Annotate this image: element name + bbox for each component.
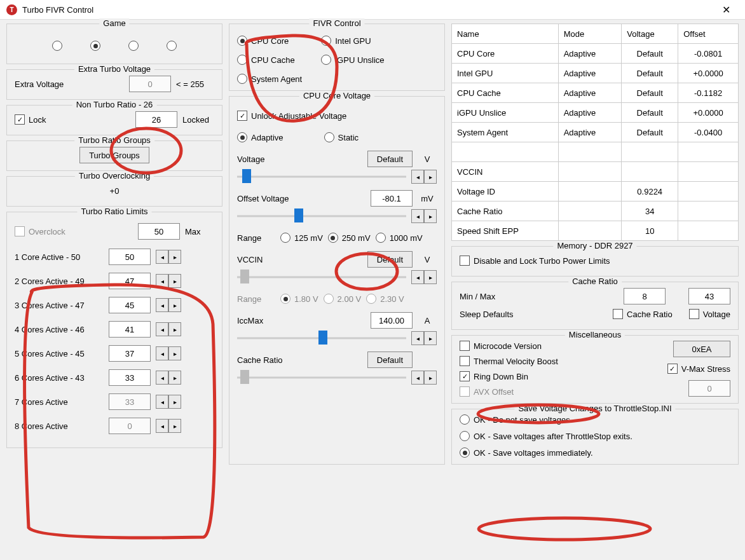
non-turbo-legend: Non Turbo Ratio - 26 [72,100,157,109]
fivr-cpu-core[interactable]: CPU Core [237,36,302,46]
iccmax-slider[interactable] [237,332,406,345]
save-opt-1[interactable]: OK - Do not save voltages. [460,414,730,425]
vrange-18: 1.80 V [280,294,318,304]
turbo-limits-legend: Turbo Ratio Limits [78,207,152,216]
extra-voltage-input[interactable] [129,76,171,92]
cache-min-input[interactable] [624,288,666,304]
fivr-cpu-cache[interactable]: CPU Cache [237,55,302,65]
iccmax-input[interactable] [371,312,413,329]
game-opt-3[interactable] [128,41,139,51]
limit-label: 7 Cores Active [15,397,104,407]
app-icon: T [6,4,17,15]
voltage-slider[interactable] [237,170,406,183]
table-row: Voltage ID0.9224 [452,182,739,201]
limit-input[interactable] [109,369,151,386]
fivr-intel-gpu[interactable]: Intel GPU [321,36,384,46]
game-opt-4[interactable] [167,41,177,51]
limit-label: 2 Cores Active - 49 [15,277,104,286]
limit-dec[interactable]: ◂ [156,298,168,312]
vmax-stress-checkbox[interactable]: V-Max Stress [667,364,730,374]
limit-dec[interactable]: ◂ [156,395,168,409]
limit-inc[interactable]: ▸ [168,346,181,360]
limit-input[interactable] [109,273,151,289]
cache-inc[interactable]: ▸ [424,371,437,385]
unlock-voltage-checkbox[interactable]: Unlock Adjustable Voltage [237,111,346,121]
vccin-inc[interactable]: ▸ [424,270,437,284]
sleep-voltage-checkbox[interactable]: Voltage [689,309,730,319]
cache-dec[interactable]: ◂ [411,371,424,385]
voltage-dec[interactable]: ◂ [411,170,424,184]
cache-max-input[interactable] [688,288,730,304]
range-125[interactable]: 125 mV [280,233,323,243]
voltage-default-button[interactable]: Default [367,151,413,167]
adaptive-radio[interactable]: Adaptive [237,132,284,142]
offset-slider[interactable] [237,210,406,222]
overclock-checkbox[interactable]: Overclock [15,226,65,236]
offset-inc[interactable]: ▸ [424,209,437,223]
limit-input[interactable] [109,297,151,313]
save-opt-3[interactable]: OK - Save voltages immediately. [460,447,730,458]
overclock-max-input[interactable] [138,223,180,240]
ring-down-checkbox[interactable]: Ring Down Bin [460,371,655,381]
cache-slider[interactable] [237,371,406,384]
table-cell: System Agent [452,123,559,142]
limit-inc[interactable]: ▸ [168,250,181,264]
microcode-checkbox[interactable]: Microcode Version [460,341,655,351]
save-opt-2[interactable]: OK - Save voltages after ThrottleStop ex… [460,431,730,441]
limit-dec[interactable]: ◂ [156,250,168,264]
cache-ratio-legend: Cache Ratio [568,277,622,286]
offset-dec[interactable]: ◂ [411,209,424,223]
turbo-limit-row: 3 Cores Active - 47 ◂▸ [15,296,214,314]
non-turbo-input[interactable] [135,111,177,128]
turbo-groups-group: Turbo Ratio Groups Turbo Groups [6,140,222,171]
limit-input[interactable] [109,393,151,410]
vccin-default-button[interactable]: Default [367,251,413,268]
limit-dec[interactable]: ◂ [156,274,168,288]
turbo-groups-button[interactable]: Turbo Groups [79,147,149,163]
disable-lock-limits-checkbox[interactable]: Disable and Lock Turbo Power Limits [460,256,610,266]
range-250[interactable]: 250 mV [328,233,371,243]
limit-input[interactable] [109,249,151,265]
lock-checkbox[interactable]: Lock [15,114,46,125]
avx-offset-checkbox[interactable]: AVX Offset [460,386,655,397]
sleep-cache-checkbox[interactable]: Cache Ratio [613,309,673,319]
offset-input[interactable] [371,190,413,207]
limit-inc[interactable]: ▸ [168,274,181,288]
vccin-slider[interactable] [237,271,406,283]
game-opt-1[interactable] [52,41,62,51]
tvb-checkbox[interactable]: Thermal Velocity Boost [460,356,655,366]
fivr-system-agent[interactable]: System Agent [237,74,302,84]
game-opt-2[interactable] [90,41,100,51]
turbo-limit-row: 6 Cores Active - 43 ◂▸ [15,369,214,386]
limit-inc[interactable]: ▸ [168,395,181,409]
limit-inc[interactable]: ▸ [168,298,181,312]
limit-inc[interactable]: ▸ [168,419,181,433]
range-1000[interactable]: 1000 mV [376,233,423,243]
cache-default-button[interactable]: Default [367,352,413,368]
avx-offset-input[interactable] [688,380,730,397]
vccin-dec[interactable]: ◂ [411,270,424,284]
voltage-inc[interactable]: ▸ [424,170,437,184]
table-header: Mode [558,24,622,44]
turbo-oc-group: Turbo Overclocking +0 [6,176,222,207]
limit-input[interactable] [109,418,151,434]
limit-input[interactable] [109,321,151,338]
icc-inc[interactable]: ▸ [424,331,437,345]
limit-dec[interactable]: ◂ [156,346,168,360]
close-icon[interactable]: ✕ [713,4,739,16]
extra-voltage-suffix: < = 255 [176,79,214,89]
table-row: VCCIN [452,162,739,182]
vrange-23: 2.30 V [366,294,404,304]
limit-dec[interactable]: ◂ [156,322,168,336]
table-cell [558,182,622,201]
limit-dec[interactable]: ◂ [156,371,168,385]
icc-dec[interactable]: ◂ [411,331,424,345]
fivr-igpu-unslice[interactable]: iGPU Unslice [321,55,384,65]
limit-inc[interactable]: ▸ [168,322,181,336]
microcode-button[interactable]: 0xEA [673,341,730,357]
table-cell: Default [622,103,678,123]
limit-input[interactable] [109,345,151,362]
static-radio[interactable]: Static [324,132,359,142]
limit-dec[interactable]: ◂ [156,419,168,433]
limit-inc[interactable]: ▸ [168,371,181,385]
